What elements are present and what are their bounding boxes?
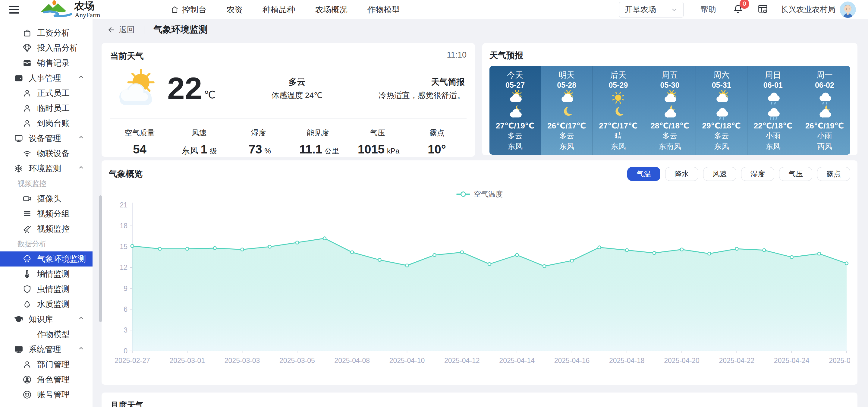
user-icon xyxy=(22,119,32,128)
weather-stat: 空气质量 54 xyxy=(110,128,169,156)
nav-item-farm-overview[interactable]: 农场概况 xyxy=(315,4,347,15)
forecast-condition: 小雨 xyxy=(817,131,832,141)
sidebar-item-摄像头[interactable]: 摄像头 xyxy=(0,191,93,206)
sidebar-scrollbar[interactable] xyxy=(99,195,102,322)
current-weather-card: 当前天气 11:10 xyxy=(101,43,475,157)
sidebar-item-临时员工[interactable]: 临时员工 xyxy=(0,101,93,116)
forecast-temp-range: 26℃/19℃ xyxy=(805,121,844,130)
svg-text:2025-04-08: 2025-04-08 xyxy=(334,357,370,365)
sidebar-item-label: 系统管理 xyxy=(29,344,61,355)
sidebar-item-系统管理[interactable]: 系统管理 xyxy=(0,342,93,357)
sidebar-item-视频分组[interactable]: 视频分组 xyxy=(0,206,93,221)
help-link[interactable]: 帮助 xyxy=(701,4,716,15)
sidebar-item-label: 水质监测 xyxy=(37,299,70,310)
archive-icon xyxy=(22,58,32,68)
nav-item-label: 种植品种 xyxy=(262,4,295,15)
sidebar-item-正式员工[interactable]: 正式员工 xyxy=(0,86,93,101)
sidebar-item-投入品分析[interactable]: 投入品分析 xyxy=(0,40,93,56)
sidebar-item-物联设备[interactable]: 物联设备 xyxy=(0,146,93,161)
sidebar-item-账号管理[interactable]: 账号管理 xyxy=(0,387,93,402)
forecast-day-06-02[interactable]: 周一 06-02 26℃/19℃ 小雨 西风 xyxy=(799,66,850,155)
forecast-day-05-29[interactable]: 后天 05-29 27℃/17℃ 晴 东风 xyxy=(592,66,644,155)
sidebar-item-label: 视频分组 xyxy=(37,208,70,219)
farm-select-dropdown[interactable]: 开垦农场 xyxy=(619,2,684,18)
user-name[interactable]: 长兴农业农村局 xyxy=(781,4,835,15)
sidebar-item-视频监控[interactable]: 视频监控 xyxy=(0,221,93,237)
user-icon xyxy=(22,103,32,113)
sidebar-item-工资分析[interactable]: 工资分析 xyxy=(0,25,93,40)
partly-cloudy-icon xyxy=(714,90,729,105)
forecast-day-05-30[interactable]: 周五 05-30 28℃/18℃ 多云 东南风 xyxy=(644,66,695,155)
forecast-day-05-31[interactable]: 周六 05-31 29℃/18℃ 多云 东风 xyxy=(695,66,747,155)
forecast-wind: 东风 xyxy=(611,142,626,151)
avatar[interactable] xyxy=(840,1,856,18)
forecast-day-06-01[interactable]: 周日 06-01 22℃/18℃ 小雨 东风 xyxy=(747,66,799,155)
forecast-condition: 多云 xyxy=(507,131,523,141)
sidebar-item-销售记录[interactable]: 销售记录 xyxy=(0,56,93,70)
forecast-day-05-27[interactable]: 今天 05-27 27℃/19℃ 多云 东风 xyxy=(490,66,541,155)
diamond-icon xyxy=(22,43,32,53)
display-icon xyxy=(14,345,24,354)
workbench-settings-icon[interactable] xyxy=(757,3,769,16)
forecast-day-05-28[interactable]: 明天 05-28 26℃/17℃ 多云 东风 xyxy=(541,66,592,155)
forecast-date: 06-01 xyxy=(764,81,783,90)
monthly-weather-title: 月度天气 xyxy=(110,401,144,407)
sidebar-item-水质监测[interactable]: 水质监测 xyxy=(0,296,93,312)
svg-text:2025-04-18: 2025-04-18 xyxy=(609,357,645,365)
forecast-temp-range: 26℃/17℃ xyxy=(547,121,586,130)
metric-tab-降水[interactable]: 降水 xyxy=(665,167,698,181)
nav-item-console[interactable]: 控制台 xyxy=(170,4,207,15)
forecast-date: 05-30 xyxy=(660,81,680,90)
svg-text:AnyFarm: AnyFarm xyxy=(75,11,100,19)
weather-stat: 湿度 73 % xyxy=(229,128,288,156)
sidebar-section-label: 视频监控 xyxy=(0,176,93,191)
forecast-wind: 东风 xyxy=(559,142,574,151)
metric-tab-气温[interactable]: 气温 xyxy=(627,167,660,181)
sidebar-item-知识库[interactable]: 知识库 xyxy=(0,312,93,327)
forecast-title: 天气预报 xyxy=(490,51,523,60)
temperature-value: 22 xyxy=(167,73,202,103)
sidebar-item-label: 投入品分析 xyxy=(37,42,78,53)
metric-tab-湿度[interactable]: 湿度 xyxy=(741,167,774,181)
notifications-button[interactable]: 0 xyxy=(733,3,744,16)
sidebar-item-到岗台账[interactable]: 到岗台账 xyxy=(0,116,93,131)
sidebar-item-label: 摄像头 xyxy=(37,193,61,204)
sidebar-item-墒情监测[interactable]: 墒情监测 xyxy=(0,267,93,282)
temperature-unit: ℃ xyxy=(204,89,216,101)
app-logo[interactable]: 农场 AnyFarm xyxy=(35,0,113,19)
chevron-up-icon xyxy=(78,134,85,143)
sidebar-item-label: 销售记录 xyxy=(37,58,70,68)
menu-toggle-icon[interactable] xyxy=(9,6,19,13)
back-button[interactable]: 返回 xyxy=(107,24,135,35)
sidebar-item-环境监测[interactable]: 环境监测 xyxy=(0,161,93,176)
forecast-day-name: 后天 xyxy=(610,70,626,81)
user-circle-icon xyxy=(22,375,32,384)
forecast-day-name: 明天 xyxy=(558,70,575,81)
graduation-icon xyxy=(14,314,24,324)
weather-overview-card: 气象概览 气温 降水 风速 湿度 气压 露点 空气温度 036912151821… xyxy=(101,160,858,385)
forecast-date: 05-27 xyxy=(505,81,525,90)
sidebar-item-设备管理[interactable]: 设备管理 xyxy=(0,131,93,146)
sidebar-item-角色管理[interactable]: 角色管理 xyxy=(0,372,93,387)
metric-tab-露点[interactable]: 露点 xyxy=(817,167,850,181)
breadcrumb-divider xyxy=(144,26,144,34)
telescope-icon xyxy=(22,224,32,233)
temperature-line-chart[interactable]: 0369121518212025-02-272025-03-012025-03-… xyxy=(109,200,850,375)
forecast-temp-range: 27℃/19℃ xyxy=(496,121,534,130)
nav-item-supplies[interactable]: 农资 xyxy=(226,4,243,15)
sidebar-item-作物模型[interactable]: 作物模型 xyxy=(0,327,93,342)
stat-label: 风速 xyxy=(169,128,229,138)
sidebar-item-label: 气象环境监测 xyxy=(37,254,86,264)
sidebar-item-气象环境监测[interactable]: 气象环境监测 xyxy=(0,251,93,267)
metric-tab-气压[interactable]: 气压 xyxy=(779,167,812,181)
nav-item-crop-model[interactable]: 作物模型 xyxy=(367,4,400,15)
chart-legend[interactable]: 空气温度 xyxy=(109,189,850,199)
nav-item-label: 控制台 xyxy=(182,4,207,15)
sidebar-item-虫情监测[interactable]: 虫情监测 xyxy=(0,282,93,296)
sidebar-item-人事管理[interactable]: 人事管理 xyxy=(0,70,93,86)
svg-text:6: 6 xyxy=(124,305,127,313)
metric-tab-风速[interactable]: 风速 xyxy=(703,167,736,181)
forecast-wind: 东风 xyxy=(507,142,523,151)
nav-item-varieties[interactable]: 种植品种 xyxy=(262,4,295,15)
sidebar-item-部门管理[interactable]: 部门管理 xyxy=(0,357,93,372)
